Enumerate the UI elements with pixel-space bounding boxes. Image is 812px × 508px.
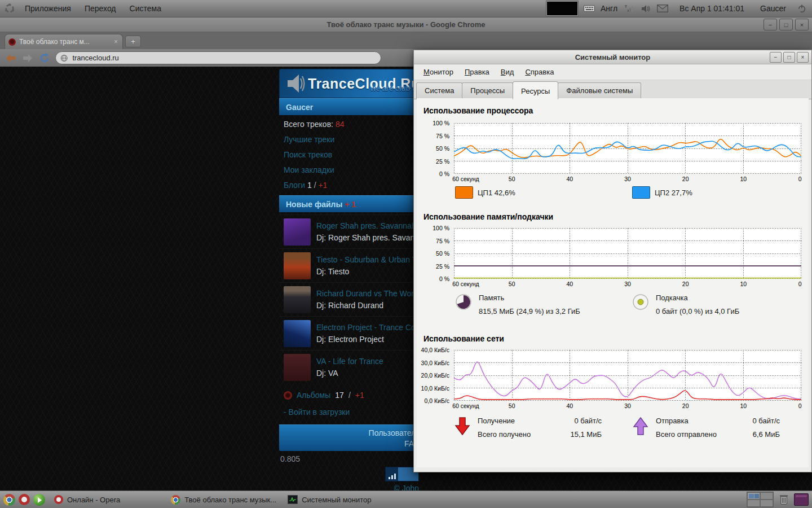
albums-speaker-icon: [284, 391, 292, 400]
blogs-count: 1: [307, 181, 312, 190]
memory-value: 815,5 МиБ (24,9 %) из 3,2 ГиБ: [479, 307, 580, 316]
send-label: Отправка: [656, 417, 689, 425]
forward-icon[interactable]: [21, 52, 34, 64]
received-total: 15,1 МиБ: [570, 430, 602, 439]
tab-processes[interactable]: Процессы: [462, 82, 513, 99]
address-bar[interactable]: [55, 51, 381, 64]
memory-section-title: Использование памяти/подкачки: [423, 212, 553, 221]
taskbar-window-chrome[interactable]: Твоё облако транс музык...: [165, 491, 282, 508]
mail-icon[interactable]: [657, 4, 668, 13]
cpu1-color-swatch: [455, 186, 473, 199]
opera-icon: [54, 495, 63, 504]
tab-close-icon[interactable]: ×: [113, 38, 119, 46]
reload-icon[interactable]: [38, 52, 51, 64]
tab-system[interactable]: Система: [416, 82, 462, 99]
tab-filesystems[interactable]: Файловые системы: [558, 82, 641, 99]
player-launcher-icon[interactable]: [33, 494, 45, 506]
track-dj: Dj: Tiesto: [316, 267, 417, 276]
bottom-taskbar: Онлайн - Opera Твоё облако транс музык..…: [0, 491, 812, 508]
swap-pie-icon: [632, 294, 649, 310]
monitor-minimize-button[interactable]: −: [770, 52, 782, 63]
monitor-titlebar[interactable]: Системный монитор − □ ×: [414, 50, 811, 64]
new-files-count: + 1: [345, 200, 356, 209]
track-title[interactable]: Richard Durand vs The Worl: [316, 289, 416, 298]
taskbar-window-monitor[interactable]: Системный монитор: [282, 491, 377, 508]
album-art: [284, 286, 311, 313]
browser-tab[interactable]: Твоё облако транс м... ×: [5, 34, 123, 49]
blogs-new-count: +1: [318, 181, 327, 190]
menu-applications[interactable]: Приложения: [18, 0, 78, 17]
link-blogs[interactable]: Блоги: [284, 181, 305, 190]
received-total-label: Всего получено: [478, 430, 531, 439]
albums-separator: /: [348, 391, 351, 400]
sent-total: 6,6 МиБ: [753, 430, 780, 439]
memory-label: Память: [479, 294, 580, 302]
cpu1-legend: ЦП1 42,6%: [455, 186, 515, 199]
network-chart: 40,0 КиБ/с30,0 КиБ/с20,0 КиБ/с10,0 КиБ/с…: [454, 350, 801, 401]
menu-view[interactable]: Вид: [496, 66, 519, 78]
menu-help[interactable]: Справка: [520, 66, 559, 78]
send-arrow-icon: [633, 417, 648, 436]
total-tracks-value: 84: [336, 120, 345, 129]
link-albums[interactable]: Альбомы: [297, 391, 330, 400]
receive-arrow-icon: [455, 417, 470, 436]
monitor-tabbar: Система Процессы Ресурсы Файловые систем…: [414, 80, 811, 99]
chrome-close-button[interactable]: ×: [795, 19, 809, 30]
send-rate: 0 байт/с: [752, 417, 780, 425]
chrome-launcher-icon[interactable]: [3, 494, 15, 506]
clock[interactable]: Вс Апр 1 01:41:01: [674, 4, 750, 13]
keyboard-icon[interactable]: [584, 4, 595, 13]
tab-resources[interactable]: Ресурсы: [513, 81, 558, 99]
track-dj: Dj: Roger Shah pres. Savanna: [316, 233, 423, 242]
sent-total-label: Всего отправлено: [656, 430, 717, 439]
workspace-3[interactable]: [747, 500, 760, 507]
user-menu[interactable]: Gaucer: [756, 4, 791, 13]
track-title[interactable]: Roger Shah pres. Savannah -: [316, 221, 423, 230]
volume-icon[interactable]: [640, 4, 651, 13]
opera-launcher-icon[interactable]: [19, 494, 30, 505]
workspace-switcher[interactable]: [747, 492, 774, 507]
chrome-maximize-button[interactable]: □: [779, 19, 793, 30]
cpu-chart: 100 %75 %50 %25 %0 %60 секунд50403020100: [454, 123, 801, 174]
system-monitor-icon: [288, 495, 298, 504]
menu-places[interactable]: Переход: [78, 0, 123, 17]
back-icon[interactable]: [5, 52, 17, 64]
tray-black-applet[interactable]: [546, 1, 578, 16]
new-files-label: Новые файлы: [286, 200, 342, 209]
monitor-close-button[interactable]: ×: [797, 52, 809, 63]
top-panel: Приложения Переход Система Англ Вс Апр 1…: [0, 0, 812, 17]
track-title[interactable]: VA - Life for Trance: [316, 357, 383, 366]
monitor-maximize-button[interactable]: □: [783, 52, 795, 63]
power-icon[interactable]: [796, 4, 807, 13]
chrome-minimize-button[interactable]: −: [764, 19, 777, 30]
link-users[interactable]: Пользователи: [369, 428, 420, 437]
keyboard-layout-label[interactable]: Англ: [601, 4, 617, 13]
swap-value: 0 байт (0,0 %) из 4,0 ГиБ: [656, 307, 739, 316]
send-legend: Отправка0 байт/с Всего отправлено6,6 МиБ: [633, 417, 780, 439]
speaker-logo-icon: [285, 73, 308, 94]
workspace-2[interactable]: [760, 492, 773, 500]
network-section-title: Использование сети: [423, 334, 504, 343]
address-input[interactable]: [71, 53, 376, 63]
track-title[interactable]: Tiesto - Suburban & Urban T: [316, 255, 417, 264]
monitor-window-title: Системный монитор: [414, 53, 811, 62]
distributor-logo-icon[interactable]: [5, 3, 15, 14]
albums-count: 17: [335, 391, 344, 400]
purple-window-applet-icon[interactable]: [794, 493, 809, 506]
workspace-1[interactable]: [747, 492, 760, 500]
workspace-4[interactable]: [760, 500, 773, 507]
tab-title: Твоё облако транс м...: [19, 38, 109, 46]
globe-icon: [60, 54, 68, 62]
chrome-titlebar[interactable]: Твоё облако транс музыки - Google Chrome…: [0, 17, 812, 32]
network-signal-icon[interactable]: [623, 4, 634, 13]
menu-monitor[interactable]: Монитор: [418, 66, 458, 78]
menu-system[interactable]: Система: [123, 0, 168, 17]
track-title[interactable]: Electron Project - Trance Co: [316, 323, 416, 332]
tab-favicon-icon: [8, 38, 16, 46]
menu-edit[interactable]: Правка: [460, 66, 495, 78]
memory-legend: Память 815,5 МиБ (24,9 %) из 3,2 ГиБ: [455, 294, 580, 316]
trash-icon[interactable]: [779, 494, 788, 505]
new-tab-button[interactable]: +: [125, 36, 141, 47]
total-tracks-label: Всего треков:: [284, 120, 333, 129]
taskbar-window-opera[interactable]: Онлайн - Opera: [48, 491, 126, 508]
